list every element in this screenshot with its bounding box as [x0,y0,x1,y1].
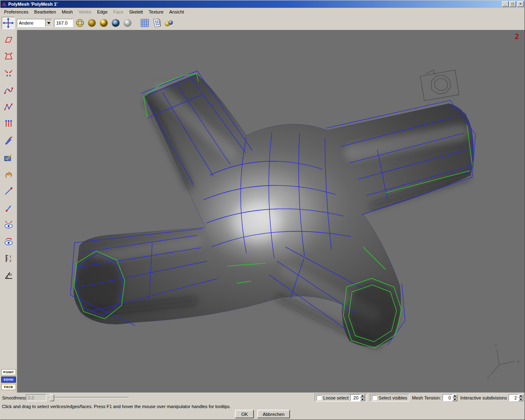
cancel-button[interactable]: Abbrechen [257,410,290,418]
mesh-tension-spinner[interactable] [443,394,457,401]
uv-view-icon[interactable] [152,18,162,28]
smoothness-field[interactable] [26,394,46,401]
select-visibles-label: Select visibles [379,395,407,400]
loose-select-checkbox[interactable] [317,395,322,400]
pin-tool[interactable] [3,202,14,214]
smoothness-slider[interactable] [49,394,129,401]
window-title: PolyMesh 'PolyMesh 1' [8,2,501,7]
ok-button[interactable]: OK [235,410,254,418]
grid-icon[interactable] [140,18,150,28]
menu-skelett[interactable]: Skelett [126,8,146,16]
wireframe-sphere-icon[interactable] [75,18,85,28]
interactive-subdivisions-value[interactable] [509,394,518,401]
matte-sphere-icon[interactable] [123,18,132,28]
app-icon [1,1,7,7]
menu-face: Face [110,8,126,16]
flat-shaded-sphere-icon[interactable] [87,18,97,28]
claw-tool[interactable] [3,169,14,180]
smoothness-label: Smoothness [2,395,27,400]
spin-down-icon[interactable] [360,398,365,402]
menu-ansicht[interactable]: Ansicht [167,8,187,16]
viewport-badge: 2 [515,32,519,41]
loose-select-label: Loose select [323,395,349,400]
spin-up-icon[interactable] [518,394,523,398]
polymesh-window: PolyMesh 'PolyMesh 1' _ □ × Preferences … [0,0,525,420]
mesh-object[interactable] [71,71,476,348]
main-toolbar: Andere [0,16,525,30]
menu-texture[interactable]: Texture [146,8,166,16]
mesh-tension-value[interactable] [443,394,452,401]
rotate-eye-tool[interactable] [3,236,14,247]
menu-mesh[interactable]: Mesh [59,8,76,16]
svg-text:60: 60 [9,273,12,276]
slider-track[interactable] [49,397,129,398]
spin-up-icon[interactable] [360,394,365,398]
mesh-tension-label: Mesh Tension: [412,395,441,400]
mode-face-button[interactable]: FACE [1,384,16,390]
axis-label-y: Y [494,343,498,348]
menu-preferences[interactable]: Preferences [1,8,31,16]
angle-tool[interactable]: 60 [3,269,14,281]
angle-field[interactable] [54,19,73,27]
menu-edge[interactable]: Edge [94,8,111,16]
move-cross-icon [2,18,14,28]
interactive-subdivisions-label: Interactive subdivisions [460,395,507,400]
falloff-dropdown-value: Andere [17,19,45,27]
viewport-3d[interactable]: Y X Z 2 [17,30,525,393]
close-button[interactable]: × [517,1,524,7]
svg-text:2: 2 [9,259,11,262]
knife-tool[interactable] [3,135,14,146]
loose-select-spinner[interactable] [350,394,365,401]
dropdown-arrow-icon[interactable] [45,19,52,27]
interactive-subdivisions-spinner[interactable] [509,394,523,401]
slider-thumb[interactable] [50,394,54,401]
menu-bearbeiten[interactable]: Bearbeiten [31,8,59,16]
bottom-panel: Smoothness Loose select Select visibl [0,393,525,420]
minimize-button[interactable]: _ [502,1,509,7]
axis-label-z: Z [487,375,490,380]
axis-indicator: Y X Z [487,343,520,380]
spin-up-icon[interactable] [452,394,457,398]
comb-tool[interactable] [3,118,14,130]
axis-label-x: X [517,359,520,364]
svg-text:1: 1 [9,255,11,258]
component-mode-buttons: POINT EDGE FACE [1,369,16,390]
menu-bar: Preferences Bearbeiten Mesh Vertex Edge … [0,8,525,16]
tool-palette: 12 60 POINT EDGE FACE [0,30,17,393]
select-visibles-checkbox[interactable] [372,395,377,400]
measure-tool[interactable]: 12 [3,253,14,264]
camera-gizmo-icon[interactable] [420,70,459,101]
menu-vertex: Vertex [75,8,94,16]
status-text: Click and drag to select vertices/edges/… [2,404,231,409]
mode-edge-button[interactable]: EDGE [1,377,16,383]
lattice-tool[interactable] [3,101,14,113]
needle-tool[interactable] [3,185,14,197]
draw-tool[interactable] [3,152,14,163]
title-bar[interactable]: PolyMesh 'PolyMesh 1' _ □ × [0,0,525,8]
falloff-dropdown[interactable]: Andere [17,19,52,27]
magnet-curve-tool[interactable] [3,84,14,96]
mode-point-button[interactable]: POINT [1,369,16,375]
show-eye-tool[interactable] [3,219,14,231]
bend-tool[interactable] [3,68,14,79]
translate-tool[interactable] [2,17,15,29]
textured-sphere-icon[interactable] [111,18,121,28]
skew-tool[interactable] [3,34,14,46]
viewport-canvas[interactable]: Y X Z 2 [17,30,525,393]
lights-icon[interactable] [164,18,173,28]
loose-select-value[interactable] [350,394,360,401]
maximize-button[interactable]: □ [509,1,516,7]
smooth-shaded-sphere-icon[interactable] [99,18,109,28]
spin-down-icon[interactable] [452,398,457,402]
spin-down-icon[interactable] [518,398,523,402]
taper-tool[interactable] [3,51,14,62]
